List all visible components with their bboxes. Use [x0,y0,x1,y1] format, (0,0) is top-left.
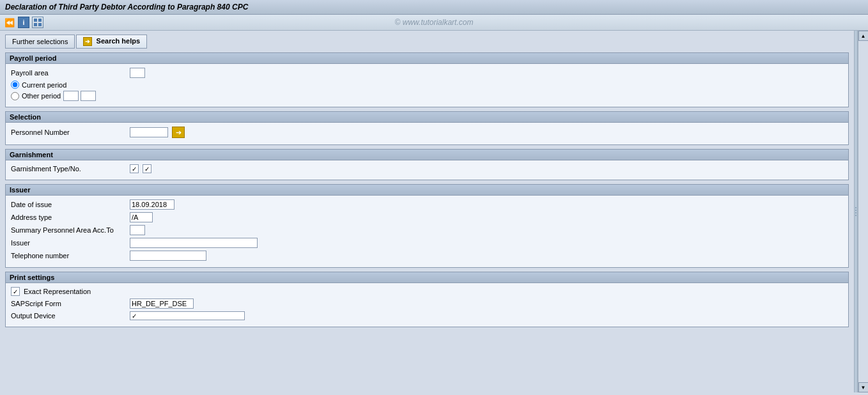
summary-row: Summary Personnel Area Acc.To [11,225,843,235]
payroll-area-label: Payroll area [11,69,126,77]
date-of-issue-label: Date of issue [11,201,126,208]
other-period-label: Other period [22,92,61,100]
personnel-number-label: Personnel Number [11,128,126,136]
current-period-label: Current period [22,81,66,89]
personnel-number-row: Personnel Number ➔ [11,127,843,138]
address-type-row: Address type [11,212,843,222]
current-period-row: Current period [11,81,843,89]
garnishment-body: Garnishment Type/No. [6,160,848,180]
telephone-row: Telephone number [11,251,843,261]
other-period-row: Other period [11,91,843,101]
garnishment-section: Garnishment Garnishment Type/No. [5,149,849,180]
other-period-inputs [63,91,96,101]
sapscript-form-input[interactable] [130,298,194,309]
other-period-input2[interactable] [81,91,96,101]
exact-representation-row: Exact Representation [11,287,843,296]
current-period-radio[interactable] [11,81,19,89]
payroll-period-section: Payroll period Payroll area Current peri… [5,52,849,107]
issuer-header: Issuer [6,185,848,196]
main-content: Further selections ➔ Search helps Payrol… [0,31,868,392]
further-selections-tab[interactable]: Further selections [5,35,75,49]
title-bar: Declaration of Third Party Debtor Accord… [0,0,868,15]
personnel-number-input[interactable] [130,127,168,137]
print-settings-header: Print settings [6,272,848,283]
splitter-dots [855,207,856,216]
exact-representation-checkbox[interactable] [11,287,20,296]
issuer-row: Issuer [11,238,843,248]
garnishment-type-row: Garnishment Type/No. [11,164,843,173]
svg-rect-1 [38,19,42,22]
layout-icon[interactable] [32,17,43,28]
print-settings-section: Print settings Exact Representation SAPS… [5,272,849,327]
sapscript-form-row: SAPScript Form [11,298,843,309]
garnishment-type-label: Garnishment Type/No. [11,165,126,173]
garnishment-checkbox1[interactable] [130,164,139,173]
scrollbar: ▲ ▼ [858,31,868,392]
tab-bar: Further selections ➔ Search helps [5,35,849,49]
garnishment-header: Garnishment [6,150,848,160]
page-title: Declaration of Third Party Debtor Accord… [5,3,248,12]
clock-icon[interactable]: ⏪ [4,17,15,28]
svg-rect-3 [38,23,42,26]
watermark: © www.tutorialkart.com [395,18,474,27]
personnel-number-nav-btn[interactable]: ➔ [172,127,185,138]
scroll-down-arrow[interactable]: ▼ [858,382,869,392]
telephone-label: Telephone number [11,252,126,259]
telephone-input[interactable] [130,251,206,261]
scroll-track[interactable] [858,41,868,382]
selection-body: Personnel Number ➔ [6,123,848,144]
output-device-checkbox[interactable] [130,311,245,320]
info-icon[interactable]: i [18,17,29,28]
search-helps-tab[interactable]: ➔ Search helps [76,35,147,49]
selection-section: Selection Personnel Number ➔ [5,111,849,145]
output-device-row: Output Device [11,311,843,320]
scroll-up-arrow[interactable]: ▲ [858,31,869,41]
exact-representation-label: Exact Representation [24,288,91,295]
output-device-label: Output Device [11,312,126,320]
issuer-section: Issuer Date of issue Address type Summar… [5,184,849,268]
summary-input[interactable] [130,225,145,235]
other-period-input1[interactable] [63,91,79,101]
payroll-area-row: Payroll area [11,68,843,78]
payroll-area-input[interactable] [130,68,145,78]
issuer-input[interactable] [130,238,258,248]
selection-header: Selection [6,112,848,123]
content-area: Further selections ➔ Search helps Payrol… [0,31,854,392]
tab-arrow-icon: ➔ [83,37,92,46]
print-settings-body: Exact Representation SAPScript Form Outp… [6,283,848,327]
svg-rect-2 [34,23,37,26]
address-type-label: Address type [11,213,126,221]
address-type-input[interactable] [130,212,153,222]
issuer-body: Date of issue Address type Summary Perso… [6,196,848,267]
svg-rect-0 [34,19,37,22]
date-of-issue-input[interactable] [130,199,174,210]
date-of-issue-row: Date of issue [11,199,843,210]
other-period-radio[interactable] [11,92,19,100]
issuer-label: Issuer [11,239,126,247]
sapscript-form-label: SAPScript Form [11,300,126,307]
payroll-period-header: Payroll period [6,53,848,64]
toolbar: ⏪ i © www.tutorialkart.com [0,15,868,31]
payroll-period-body: Payroll area Current period Other period [6,64,848,107]
summary-label: Summary Personnel Area Acc.To [11,226,126,234]
garnishment-checkbox2[interactable] [143,164,151,173]
